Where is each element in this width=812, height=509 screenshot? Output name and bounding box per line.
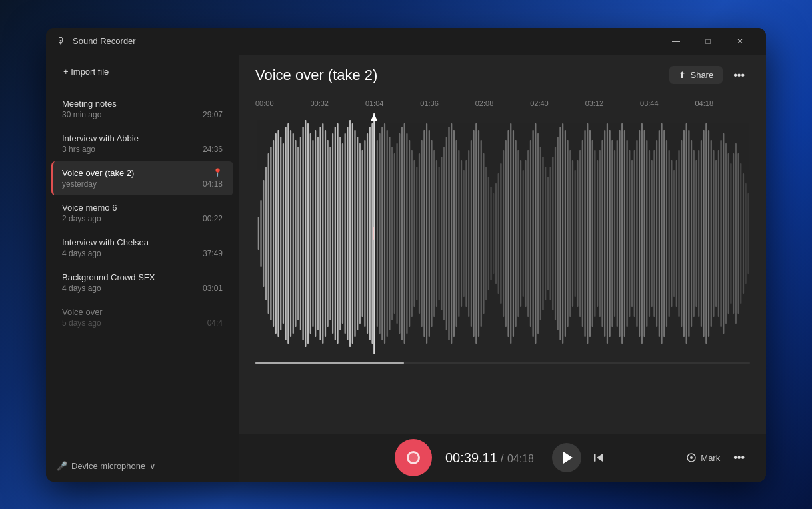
list-item[interactable]: Voice over 5 days ago 04:4 [51,300,233,334]
pin-icon: 📍 [213,168,223,177]
list-item[interactable]: Interview with Abbie 3 hrs ago 24:36 [51,127,233,161]
svg-rect-153 [636,140,637,327]
sidebar-footer: 🎤 Device microphone ∨ [46,450,239,482]
sidebar-header: + Import file [46,55,239,89]
list-item[interactable]: Interview with Chelsea 4 days ago 37:49 [51,231,233,265]
svg-rect-149 [627,140,628,327]
play-button[interactable] [552,443,581,472]
svg-rect-142 [609,130,611,337]
list-item[interactable]: Meeting notes 30 min ago 29:07 [51,92,233,126]
share-button[interactable]: ⬆ Share [669,66,723,84]
timeline-marks: 00:00 00:32 01:04 01:36 02:08 02:40 03:1… [255,99,750,107]
list-item-active[interactable]: Voice over (take 2) 📍 yesterday 04:18 [51,161,233,195]
record-button[interactable] [395,439,432,476]
recording-name: Voice memo 6 [62,203,117,213]
svg-rect-116 [545,167,546,300]
microphone-selector[interactable]: 🎤 Device microphone ∨ [57,458,228,474]
waveform-container[interactable]: 00:00 00:32 01:04 01:36 02:08 02:40 03:1… [239,93,766,434]
controls-bar: 00:39.11 / 04:18 [239,434,766,482]
svg-rect-125 [567,140,568,327]
recording-duration: 03:01 [203,284,223,293]
timeline-mark: 03:44 [640,99,695,107]
app-icon: 🎙 [57,36,67,47]
svg-rect-156 [643,130,645,337]
svg-rect-84 [465,160,467,307]
timeline-mark: 00:32 [310,99,365,107]
svg-rect-188 [723,133,724,334]
svg-rect-115 [542,157,543,310]
controls-more-button[interactable]: ••• [728,448,750,468]
app-window: 🎙 Sound Recorder — □ ✕ + Import file Mee… [46,28,766,482]
svg-rect-14 [293,133,294,334]
svg-rect-147 [621,123,623,344]
svg-rect-169 [676,160,677,307]
import-file-button[interactable]: + Import file [57,63,115,81]
svg-rect-93 [488,177,489,290]
svg-rect-113 [537,133,539,334]
svg-rect-143 [611,140,613,327]
svg-rect-196 [743,173,744,294]
timeline-mark: 01:04 [365,99,420,107]
svg-rect-40 [357,137,358,330]
svg-rect-154 [639,130,640,337]
title-bar: 🎙 Sound Recorder — □ ✕ [46,28,766,55]
sidebar: + Import file Meeting notes 30 min ago 2… [46,55,239,482]
list-item[interactable]: Voice memo 6 2 days ago 00:22 [51,196,233,230]
svg-rect-136 [594,150,595,317]
recording-name: Interview with Chelsea [62,237,149,247]
svg-rect-43 [364,140,365,327]
svg-rect-53 [389,137,390,330]
scroll-track[interactable] [255,362,750,364]
maximize-button[interactable]: □ [693,31,723,51]
close-button[interactable]: ✕ [725,31,755,51]
svg-rect-167 [671,160,672,307]
svg-rect-16 [297,147,299,320]
mark-button[interactable]: Mark [686,452,720,463]
svg-rect-166 [669,150,670,317]
timeline-mark: 01:36 [420,99,475,107]
svg-rect-37 [349,120,351,347]
recording-name: Interview with Abbie [62,133,139,143]
minimize-button[interactable]: — [661,31,691,51]
svg-rect-90 [481,140,482,327]
svg-rect-50 [381,127,383,340]
timeline-ruler: 00:00 00:32 01:04 01:36 02:08 02:40 03:1… [255,93,750,113]
svg-rect-31 [335,127,336,340]
list-item[interactable]: Background Crowd SFX 4 days ago 03:01 [51,266,233,300]
timeline-mark: 03:12 [585,99,640,107]
svg-rect-174 [688,130,689,337]
time-current: 00:39.11 [445,450,497,465]
svg-rect-94 [490,187,491,280]
svg-rect-158 [649,150,650,317]
svg-rect-95 [493,193,494,274]
svg-rect-13 [290,130,291,337]
svg-rect-194 [737,153,739,314]
svg-rect-197 [745,183,747,284]
svg-marker-200 [371,113,377,121]
skip-back-button[interactable] [587,446,611,470]
svg-rect-126 [569,150,571,317]
svg-rect-150 [629,150,630,317]
svg-rect-21 [310,133,311,334]
svg-rect-133 [587,123,588,344]
share-icon: ⬆ [679,70,686,80]
svg-rect-160 [653,150,655,317]
svg-rect-75 [443,147,445,320]
svg-rect-79 [453,130,455,337]
more-options-button[interactable]: ••• [728,65,750,85]
svg-rect-177 [695,160,697,307]
svg-rect-77 [448,127,449,340]
waveform-display[interactable]: // This will be rendered via static bars… [255,113,750,354]
mark-label: Mark [701,453,720,463]
svg-rect-100 [505,140,507,327]
svg-rect-121 [557,137,559,330]
svg-rect-191 [730,163,731,304]
svg-rect-36 [347,127,348,340]
svg-rect-5 [270,147,271,320]
svg-rect-146 [619,130,620,337]
svg-point-204 [690,456,693,459]
svg-rect-15 [295,140,296,327]
svg-rect-123 [562,123,563,344]
recordings-list[interactable]: Meeting notes 30 min ago 29:07 Interview… [46,89,239,450]
svg-rect-33 [339,137,341,330]
